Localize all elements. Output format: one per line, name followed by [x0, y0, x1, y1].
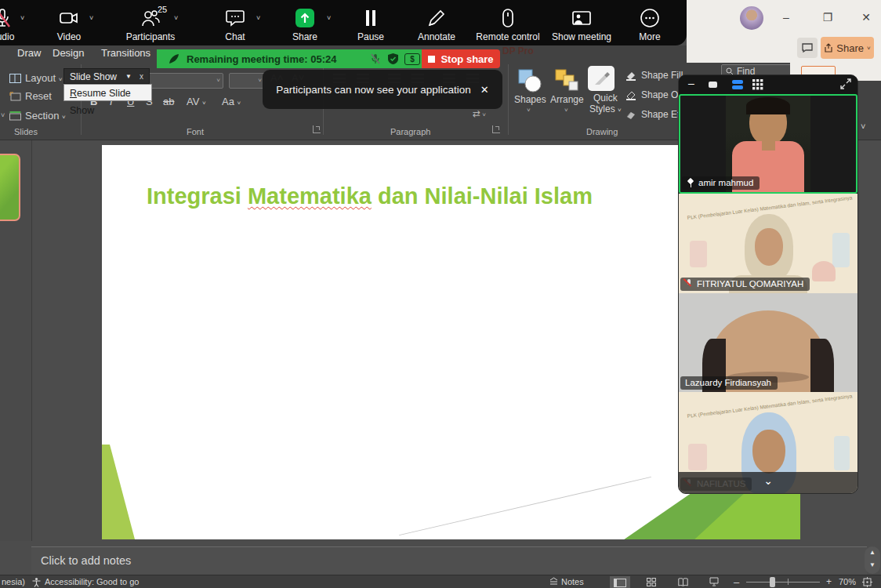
- gallery-view-icon[interactable]: [752, 79, 763, 90]
- zoom-slider-thumb[interactable]: [770, 577, 775, 587]
- reading-view-button[interactable]: [673, 576, 693, 588]
- accessibility-icon: [31, 577, 42, 587]
- resume-slideshow-menu-item[interactable]: Resume Slide Show: [63, 84, 152, 101]
- remote-control-label: Remote control: [474, 31, 542, 42]
- slide-thumbnail-1[interactable]: [0, 154, 20, 221]
- payment-icon[interactable]: $: [404, 53, 420, 65]
- toolbar-item-annotate[interactable]: Annotate: [403, 5, 470, 44]
- normal-view-button[interactable]: [610, 576, 630, 588]
- language-indicator[interactable]: nesia): [2, 577, 25, 586]
- video-chevron-icon[interactable]: ˅: [89, 14, 93, 22]
- participants-count-badge: 25: [158, 5, 167, 14]
- comments-button[interactable]: [797, 38, 818, 58]
- shape-fill-icon: [625, 71, 636, 81]
- scroll-up-icon[interactable]: ▲: [865, 546, 880, 559]
- zoom-slider-track[interactable]: [746, 582, 820, 583]
- user-avatar[interactable]: [740, 6, 763, 30]
- toolbar-item-more[interactable]: More: [616, 5, 683, 44]
- tab-design[interactable]: Design: [53, 47, 84, 59]
- toolbar-item-audio[interactable]: ˅ Audio: [0, 5, 36, 44]
- shapes-chevron[interactable]: ˅: [527, 107, 531, 114]
- toolbar-item-participants[interactable]: 25 ˅ Participants: [117, 5, 184, 44]
- font-name-combobox[interactable]: ˅: [146, 73, 223, 89]
- shape-fill-button[interactable]: Shape Fill: [641, 70, 683, 81]
- slide-title[interactable]: Integrasi Matematika dan Nilai-Nilai Isl…: [147, 181, 617, 211]
- strikethrough-button[interactable]: ab: [163, 96, 174, 107]
- toolbar-item-video[interactable]: ˅ Video: [35, 5, 103, 44]
- tab-draw[interactable]: Draw: [17, 47, 41, 59]
- participants-chevron-icon[interactable]: ˅: [174, 14, 178, 22]
- zoom-in-button[interactable]: +: [826, 576, 832, 587]
- participant-tile-amir-mahmud[interactable]: amir mahmud: [679, 94, 857, 194]
- character-spacing-button[interactable]: AV ˅: [187, 96, 206, 107]
- expand-icon[interactable]: [840, 78, 851, 89]
- chat-label: Chat: [201, 31, 269, 42]
- reading-view-icon: [678, 578, 688, 586]
- annotate-label: Annotate: [403, 31, 470, 42]
- toast-close-icon[interactable]: ✕: [480, 84, 489, 96]
- font-dialog-launcher[interactable]: [313, 125, 321, 133]
- close-icon[interactable]: ✕: [854, 8, 878, 27]
- scroll-down-icon[interactable]: ▼: [865, 559, 880, 572]
- slide-sorter-view-button[interactable]: [641, 576, 662, 588]
- font-size-combobox[interactable]: ˅: [229, 73, 265, 89]
- slideshow-view-button[interactable]: [704, 576, 724, 588]
- participant-name-bar: FITRIYATUL QOMARIYAH: [680, 278, 810, 291]
- participant-tile-lazuardy-firdiansyah[interactable]: Lazuardy Firdiansyah: [679, 293, 857, 392]
- arrange-chevron[interactable]: ˅: [564, 107, 568, 114]
- notes-pane[interactable]: Click to add notes: [31, 546, 867, 575]
- zoom-slider-notch: [788, 579, 789, 585]
- share-chevron-icon[interactable]: ˅: [327, 14, 331, 22]
- speaker-view-icon[interactable]: [732, 80, 743, 84]
- toolbar-item-chat[interactable]: ˅ Chat: [201, 5, 269, 44]
- ribbon-collapse-chevron[interactable]: ˅: [861, 122, 865, 131]
- audio-chevron-icon[interactable]: ˅: [20, 14, 24, 22]
- stop-icon: [428, 56, 435, 63]
- security-shield-icon[interactable]: [387, 53, 399, 65]
- toolbar-item-remote-control[interactable]: Remote control: [474, 5, 542, 44]
- zoom-out-button[interactable]: –: [734, 576, 739, 588]
- restore-icon[interactable]: ❐: [816, 8, 839, 27]
- clipboard-chevron-fragment[interactable]: ˅: [1, 111, 5, 119]
- ppt-title-bar: – ❐ ✕ Share ˅: [687, 0, 881, 63]
- slideshow-popup-header[interactable]: Slide Show ▼ x: [63, 68, 150, 84]
- slide-scrollbar[interactable]: ▲▼: [865, 546, 880, 574]
- toolbar-item-pause[interactable]: Pause: [337, 5, 404, 44]
- fit-slide-to-window-icon[interactable]: [862, 577, 872, 587]
- zoom-level[interactable]: 70%: [839, 577, 856, 586]
- comment-icon: [802, 43, 813, 53]
- slideshow-close-icon[interactable]: x: [140, 69, 143, 85]
- shapes-button[interactable]: Shapes: [514, 94, 546, 105]
- slide-sorter-icon: [647, 578, 656, 586]
- paragraph-dialog-launcher[interactable]: [492, 125, 500, 133]
- arrange-button[interactable]: Arrange: [550, 94, 584, 105]
- slideshow-dropdown-icon[interactable]: ▼: [125, 69, 132, 85]
- ppt-share-button[interactable]: Share ˅: [821, 37, 874, 59]
- convert-smartart-button[interactable]: ⇄ ˅: [473, 108, 486, 119]
- panel-scroll-overlay[interactable]: ⌄: [679, 472, 857, 493]
- chat-chevron-icon[interactable]: ˅: [256, 14, 260, 22]
- toolbar-item-share[interactable]: ˅ Share: [271, 5, 339, 44]
- toolbar-item-show-meeting[interactable]: Show meeting: [548, 5, 615, 44]
- status-bar: nesia) Accessibility: Good to go Notes –…: [0, 575, 881, 588]
- change-case-button[interactable]: Aa ˅: [222, 96, 241, 107]
- quick-styles-button[interactable]: QuickStyles ˅: [589, 93, 622, 114]
- tab-transitions[interactable]: Transitions: [101, 47, 150, 59]
- paragraph-group-label: Paragraph: [390, 127, 430, 136]
- stop-share-button[interactable]: Stop share: [422, 49, 500, 68]
- layout-button[interactable]: Layout ˅: [25, 72, 62, 84]
- participant-tile-nafilatus[interactable]: PLK (Pembelajaran Luar Kelas) Matematika…: [679, 392, 857, 493]
- accessibility-status[interactable]: Accessibility: Good to go: [45, 577, 139, 586]
- notes-toggle[interactable]: Notes: [549, 577, 584, 586]
- panel-minimize-icon[interactable]: –: [688, 77, 694, 89]
- panel-restore-icon[interactable]: [709, 82, 717, 88]
- video-label: Video: [35, 31, 103, 42]
- chat-icon: [223, 6, 247, 30]
- scroll-down-chevron-icon[interactable]: ⌄: [763, 474, 773, 487]
- section-button[interactable]: Section ˅: [25, 110, 66, 122]
- participant-tile-fitriyatul-qomariyah[interactable]: PLK (Pembelajaran Luar Kelas) Matematika…: [679, 194, 857, 293]
- banner-mic-muted-icon[interactable]: [370, 53, 381, 64]
- more-icon: [638, 6, 662, 30]
- minimize-icon[interactable]: –: [774, 8, 798, 27]
- reset-button[interactable]: Reset: [25, 90, 52, 102]
